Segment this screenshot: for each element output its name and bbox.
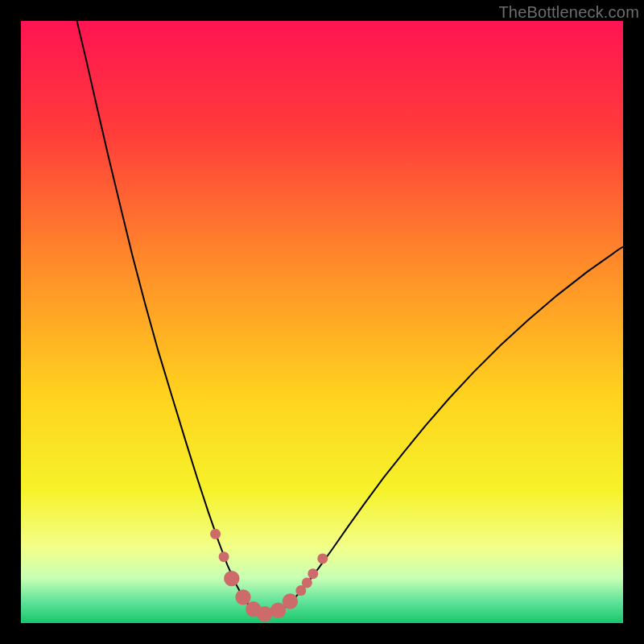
data-marker bbox=[317, 553, 328, 564]
data-marker bbox=[257, 606, 272, 621]
data-marker bbox=[283, 593, 298, 609]
gradient-background bbox=[21, 21, 623, 623]
data-marker bbox=[235, 589, 250, 605]
data-marker bbox=[210, 529, 221, 539]
data-marker bbox=[302, 577, 312, 588]
watermark-text: TheBottleneck.com bbox=[498, 3, 639, 22]
data-marker bbox=[219, 551, 229, 562]
bottleneck-chart bbox=[21, 21, 623, 623]
data-marker bbox=[224, 571, 239, 586]
data-marker bbox=[308, 568, 318, 579]
chart-frame bbox=[21, 21, 623, 623]
